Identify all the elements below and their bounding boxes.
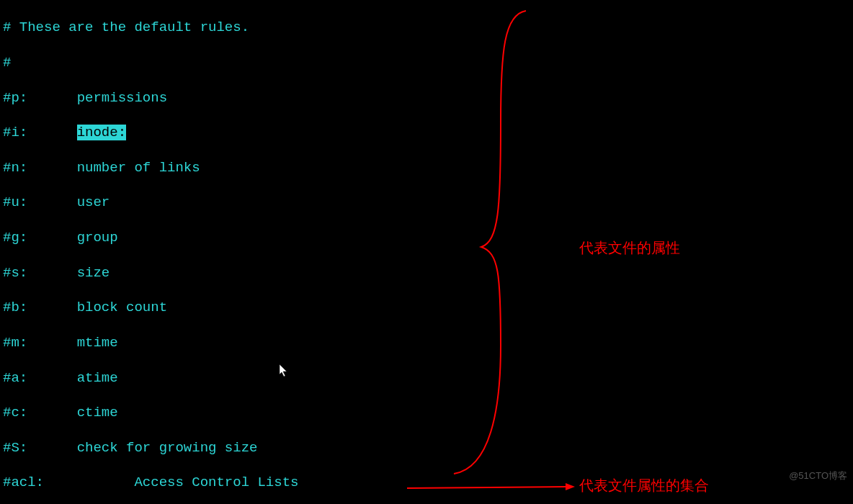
highlighted-text: inode: <box>77 125 126 140</box>
rule-line: #m: mtime <box>3 334 850 351</box>
arrow-annotation-icon <box>403 478 584 500</box>
rule-line: #g: group <box>3 229 850 246</box>
watermark-text: @51CTO博客 <box>789 470 847 482</box>
annotation-attrs: 代表文件的属性 <box>579 239 680 258</box>
brace-annotation-icon <box>447 7 576 475</box>
rule-line: #n: number of links <box>3 159 850 176</box>
rule-line: #S: check for growing size <box>3 439 850 456</box>
svg-marker-1 <box>566 483 575 490</box>
rule-line: #p: permissions <box>3 89 850 107</box>
terminal-output: # These are the default rules. # #p: per… <box>0 0 853 504</box>
comment-line: # <box>3 54 850 71</box>
rule-line: #c: ctime <box>3 404 850 421</box>
rule-line: #s: size <box>3 264 850 282</box>
rule-line: #b: block count <box>3 299 850 316</box>
rule-line: #a: atime <box>3 369 850 387</box>
annotation-set: 代表文件属性的集合 <box>579 477 709 495</box>
svg-line-0 <box>407 487 566 488</box>
rule-line: #i: inode: <box>3 124 850 141</box>
comment-line: # These are the default rules. <box>3 19 850 36</box>
rule-line: #u: user <box>3 194 850 211</box>
